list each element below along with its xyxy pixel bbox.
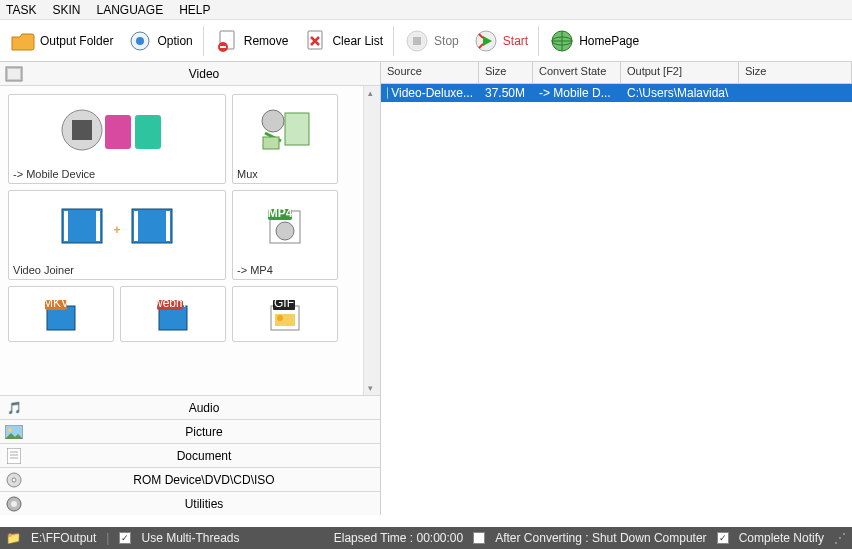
menu-language[interactable]: LANGUAGE [96,3,163,17]
row-output: C:\Users\Malavida\ [621,86,852,100]
document-minus-icon [214,28,240,54]
rom-label: ROM Device\DVD\CD\ISO [28,473,380,487]
conv-gif[interactable]: GIF [232,286,338,342]
multithreads-label: Use Multi-Threads [141,531,239,545]
audio-label: Audio [28,401,380,415]
remove-label: Remove [244,34,289,48]
complete-notify-checkbox[interactable]: ✓ [717,532,729,544]
clear-list-label: Clear List [332,34,383,48]
util-label: Utilities [28,497,380,511]
category-document[interactable]: Document [0,443,380,467]
document-icon [0,448,28,464]
start-label: Start [503,34,528,48]
mp4-label: -> MP4 [233,261,337,279]
svg-rect-44 [7,448,21,464]
output-path[interactable]: E:\FFOutput [31,531,96,545]
svg-rect-23 [64,211,68,241]
disc-icon [0,472,28,488]
column-headers: Source Size Convert State Output [F2] Si… [381,62,852,84]
separator [393,26,394,56]
svg-rect-18 [285,113,309,145]
option-label: Option [157,34,192,48]
conv-mobile-device[interactable]: -> Mobile Device [8,94,226,184]
play-icon [473,28,499,54]
svg-rect-4 [220,46,226,48]
gear-icon [127,28,153,54]
resize-grip-icon[interactable]: ⋰ [834,531,846,545]
category-picture[interactable]: Picture [0,419,380,443]
svg-point-46 [12,478,16,482]
picture-label: Picture [28,425,380,439]
svg-text:GIF: GIF [274,296,294,310]
document-x-icon [302,28,328,54]
svg-rect-14 [72,120,92,140]
category-utilities[interactable]: Utilities [0,491,380,515]
svg-text:+: + [113,223,120,237]
svg-point-43 [8,428,12,432]
complete-notify-label: Complete Notify [739,531,824,545]
row-state: -> Mobile D... [533,86,621,100]
output-folder-button[interactable]: Output Folder [4,25,119,57]
conv-mux[interactable]: Mux [232,94,338,184]
after-converting-checkbox[interactable] [473,532,485,544]
menu-help[interactable]: HELP [179,3,210,17]
conv-video-joiner[interactable]: + Video Joiner [8,190,226,280]
output-folder-label: Output Folder [40,34,113,48]
col-state[interactable]: Convert State [533,62,621,83]
mux-label: Mux [233,165,337,183]
start-button[interactable]: Start [467,25,534,57]
task-list-panel: Source Size Convert State Output [F2] Si… [381,62,852,515]
video-icon [0,66,28,82]
folder-icon: 📁 [6,531,21,545]
separator [538,26,539,56]
svg-rect-19 [263,137,279,149]
conv-mkv[interactable]: MKV [8,286,114,342]
svg-rect-12 [8,69,20,79]
status-bar: 📁 E:\FFOutput | ✓ Use Multi-Threads Elap… [0,527,852,549]
col-size[interactable]: Size [479,62,533,83]
clear-list-button[interactable]: Clear List [296,25,389,57]
option-button[interactable]: Option [121,25,198,57]
svg-point-41 [277,315,283,321]
svg-point-48 [11,501,17,507]
category-header-video[interactable]: Video [0,62,380,86]
task-row-selected[interactable]: Video-Deluxe... 37.50M -> Mobile D... C:… [381,84,852,102]
file-icon [387,87,388,99]
menu-bar: TASK SKIN LANGUAGE HELP [0,0,852,20]
svg-rect-49 [387,87,388,99]
picture-icon [0,425,28,439]
menu-skin[interactable]: SKIN [52,3,80,17]
svg-text:MKV: MKV [43,296,69,310]
scrollbar[interactable] [363,86,380,395]
svg-rect-7 [413,37,421,45]
document-label: Document [28,449,380,463]
stop-button[interactable]: Stop [398,25,465,57]
separator [203,26,204,56]
gif-icon: GIF [233,287,337,341]
svg-text:webm: webm [153,296,186,310]
menu-task[interactable]: TASK [6,3,36,17]
category-rom[interactable]: ROM Device\DVD\CD\ISO [0,467,380,491]
homepage-button[interactable]: HomePage [543,25,645,57]
joiner-label: Video Joiner [9,261,225,279]
multithreads-checkbox[interactable]: ✓ [119,532,131,544]
mp4-icon: MP4 [233,191,337,261]
left-panel: Video -> Mobile Device Mux + Video Joine… [0,62,381,515]
svg-point-1 [136,37,144,45]
conv-mp4[interactable]: MP4 -> MP4 [232,190,338,280]
col-size2[interactable]: Size [739,62,852,83]
elapsed-time: Elapsed Time : 00:00:00 [334,531,463,545]
col-source[interactable]: Source [381,62,479,83]
svg-rect-25 [134,211,138,241]
svg-point-30 [276,222,294,240]
mux-icon [233,95,337,165]
category-audio[interactable]: 🎵Audio [0,395,380,419]
folder-icon [10,28,36,54]
conv-webm[interactable]: webm [120,286,226,342]
remove-button[interactable]: Remove [208,25,295,57]
col-output[interactable]: Output [F2] [621,62,739,83]
video-joiner-icon: + [9,191,225,261]
homepage-label: HomePage [579,34,639,48]
toolbar: Output Folder Option Remove Clear List S… [0,20,852,62]
audio-icon: 🎵 [0,401,28,415]
